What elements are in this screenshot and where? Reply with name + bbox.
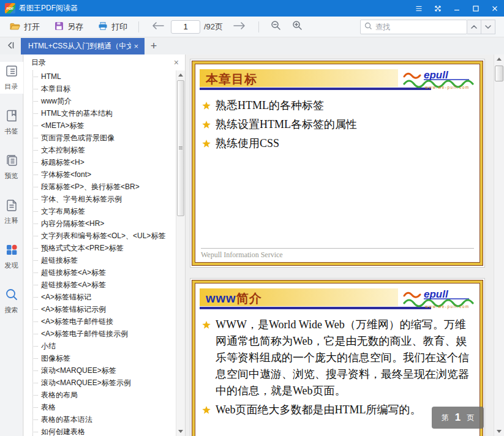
toc-panel: 目录 × HTML本章目标www简介HTML文件的基本结构<META>标签页面背… — [24, 55, 186, 436]
tree-dash-icon — [32, 260, 38, 261]
sidebar-item-annotations[interactable]: 注释 — [0, 196, 23, 228]
scroll-up-icon[interactable] — [178, 73, 183, 77]
toc-scrollbar[interactable] — [176, 70, 185, 436]
toc-item[interactable]: 滚动<MARQUEE>标签 — [24, 364, 176, 377]
zoom-out-button[interactable] — [265, 18, 287, 36]
toc-item-label: 段落标签<P>、换行标签<BR> — [41, 182, 140, 192]
toc-item[interactable]: 文本控制标签 — [24, 144, 176, 156]
viewer-scrollbar-thumb[interactable] — [495, 66, 503, 81]
toc-item[interactable]: 超链接标签<A>标签 — [24, 279, 176, 291]
main-area: 目录 书签 预览 — [0, 55, 504, 436]
tab-close-icon[interactable]: × — [131, 42, 141, 51]
previous-page-button[interactable] — [145, 19, 171, 35]
toc-item[interactable]: 页面背景色或背景图像 — [24, 132, 176, 144]
scroll-down-icon[interactable] — [178, 430, 183, 433]
document-tab[interactable]: HTML+CSS从入门到精通（中文 × — [21, 38, 145, 55]
toc-item[interactable]: 超链接标签 — [24, 254, 176, 266]
tree-dash-icon — [32, 236, 38, 236]
toc-item[interactable]: 超链接标签<A>标签 — [24, 266, 176, 279]
sidebar-item-label: 预览 — [5, 171, 18, 181]
scroll-up-icon[interactable] — [497, 58, 502, 61]
toc-item[interactable]: 表格的布局 — [24, 389, 176, 401]
sidebar-item-label: 目录 — [5, 82, 18, 91]
minimize-icon[interactable] — [447, 0, 466, 17]
toc-item[interactable]: 文字布局标签 — [24, 205, 176, 217]
toc-item[interactable]: 文字列表和编号标签<OL>、<UL>标签 — [24, 230, 176, 242]
preview-pages-icon — [5, 154, 18, 170]
find-search-box[interactable] — [360, 20, 467, 34]
tree-dash-icon — [32, 113, 38, 114]
toc-item[interactable]: 预格式式文本<PRE>标签 — [24, 242, 176, 254]
toc-item[interactable]: www简介 — [24, 95, 176, 107]
toc-item[interactable]: 本章目标 — [24, 83, 176, 95]
viewer-scrollbar[interactable] — [494, 55, 504, 436]
toc-item-label: 标题标签<H> — [41, 157, 85, 168]
flower-bullet-icon — [202, 121, 211, 129]
toc-item[interactable]: 内容分隔标签<HR> — [24, 217, 176, 230]
menu-icon[interactable] — [409, 0, 428, 17]
toc-close-icon[interactable]: × — [171, 55, 181, 70]
toc-item[interactable]: 字体、字号相关标签示例 — [24, 193, 176, 205]
zoom-in-button[interactable] — [287, 18, 308, 36]
fullscreen-icon[interactable] — [428, 0, 447, 17]
toc-item[interactable]: <META>标签 — [24, 119, 176, 132]
slide-body: WWW，是World Wide Web（万维网）的缩写。万维网通常也简称为Web… — [195, 312, 480, 418]
toc-item[interactable]: 字体标签<font> — [24, 168, 176, 181]
toc-item[interactable]: 滚动<MARQUEE>标签示例 — [24, 377, 176, 389]
tree-dash-icon — [32, 309, 38, 310]
print-button[interactable]: 打印 — [93, 19, 132, 35]
toc-item-label: www简介 — [41, 96, 72, 107]
scroll-down-icon[interactable] — [497, 430, 502, 433]
find-previous-button[interactable] — [467, 20, 481, 34]
toc-item[interactable]: HTML — [24, 70, 176, 83]
flower-bullet-icon — [202, 140, 211, 148]
pdf-viewer: 本章目标 epull www.we-pull.com 熟悉HTML的各种标签熟练 — [186, 55, 504, 436]
zoom-in-icon — [292, 20, 303, 33]
sidebar-item-label: 书签 — [5, 127, 18, 136]
slide-bullet: Web页面绝大多数都是由HTML所编写的。 — [202, 402, 470, 418]
toc-item[interactable]: 表格的基本语法 — [24, 413, 176, 426]
flower-bullet-icon — [202, 102, 211, 110]
open-button[interactable]: 打开 — [5, 19, 45, 35]
save-as-button[interactable]: 另存 — [50, 19, 88, 35]
page-number-input[interactable] — [171, 20, 200, 34]
sidebar-item-bookmarks[interactable]: 书签 — [0, 107, 23, 138]
toc-item[interactable]: <A>标签锚标记 — [24, 291, 176, 303]
close-icon[interactable] — [485, 0, 504, 17]
toc-item[interactable]: 图像标签 — [24, 352, 176, 364]
printer-icon — [98, 21, 108, 32]
scroll-grip-icon — [179, 146, 182, 150]
new-tab-button[interactable]: + — [145, 38, 163, 55]
slide-title: 本章目标 — [206, 71, 257, 88]
toc-item[interactable]: 小结 — [24, 340, 176, 352]
tree-dash-icon — [32, 101, 38, 102]
slide-header: 本章目标 epull www.we-pull.com — [200, 69, 475, 92]
sidebar-item-label: 发现 — [5, 261, 18, 270]
collapse-sidebar-button[interactable] — [0, 38, 21, 55]
toc-item[interactable]: <A>标签电子邮件链接 — [24, 315, 176, 328]
toc-item[interactable]: 如何创建表格 — [24, 426, 176, 436]
toc-scrollbar-thumb[interactable] — [177, 80, 184, 216]
toc-item-label: 超链接标签<A>标签 — [41, 280, 106, 290]
sidebar-item-discover[interactable]: 发现 — [0, 241, 23, 272]
sidebar-item-search[interactable]: 搜索 — [0, 285, 23, 317]
find-next-button[interactable] — [481, 20, 495, 34]
tree-dash-icon — [32, 419, 38, 420]
toc-item[interactable]: 标题标签<H> — [24, 156, 176, 168]
slide-bullet-text: 熟练使用CSS — [216, 135, 279, 152]
toc-item[interactable]: <A>标签锚标记示例 — [24, 303, 176, 315]
tree-dash-icon — [32, 150, 38, 151]
toc-item[interactable]: <A>标签电子邮件链接示例 — [24, 328, 176, 340]
toc-item[interactable]: 段落标签<P>、换行标签<BR> — [24, 181, 176, 193]
maximize-icon[interactable] — [466, 0, 485, 17]
tree-dash-icon — [32, 297, 38, 298]
sidebar-item-toc[interactable]: 目录 — [0, 62, 23, 94]
find-input[interactable] — [375, 23, 458, 31]
sidebar-item-preview[interactable]: 预览 — [0, 151, 23, 183]
toc-item[interactable]: 表格 — [24, 401, 176, 413]
toc-item-label: 文字布局标签 — [41, 206, 85, 217]
next-page-button[interactable] — [227, 19, 252, 35]
sidebar-item-label: 搜索 — [5, 306, 18, 315]
toc-item[interactable]: HTML文件的基本结构 — [24, 107, 176, 119]
tree-dash-icon — [32, 370, 38, 371]
